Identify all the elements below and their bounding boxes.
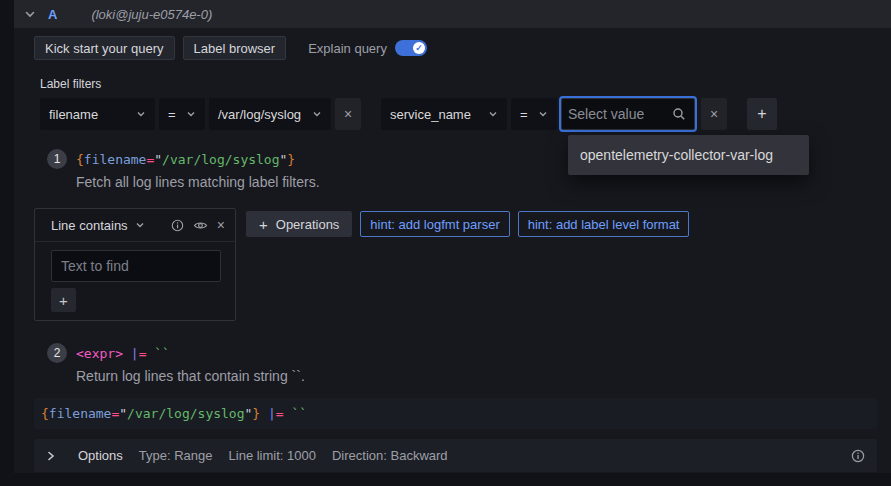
filter1-label-select[interactable]: filename	[40, 98, 155, 130]
filter2-value-input-wrapper: opentelemetry-collector-var-log	[561, 98, 695, 130]
value-dropdown-menu: opentelemetry-collector-var-log	[568, 135, 809, 175]
filter2-remove-button[interactable]: ×	[701, 98, 727, 130]
query-ref-id[interactable]: A	[48, 7, 57, 22]
toggle-check-icon: ✓	[413, 42, 425, 54]
query-preview: {filename="/var/log/syslog"} |= ``	[34, 398, 877, 429]
options-direction: Direction: Backward	[332, 448, 448, 463]
label-filters-title: Label filters	[40, 77, 877, 91]
explain-query-label: Explain query	[308, 41, 387, 56]
query-editor-content: Kick start your query Label browser Expl…	[14, 28, 891, 472]
chevron-down-icon	[136, 109, 146, 119]
add-search-term-button[interactable]: +	[51, 288, 76, 312]
filter1-operator-select[interactable]: =	[159, 98, 205, 130]
explain-step-2: 2 <expr> |= `` Return log lines that con…	[47, 343, 877, 384]
options-info-icon[interactable]	[851, 449, 865, 463]
step-1-code: {filename="/var/log/syslog"}	[76, 152, 295, 167]
step-1-description: Fetch all log lines matching label filte…	[76, 174, 877, 190]
operations-button-label: Operations	[276, 217, 340, 232]
operations-row: Line contains × + + Operations hint:	[34, 208, 877, 321]
plus-icon: +	[259, 216, 268, 233]
filter1-value: /var/log/syslog	[218, 107, 301, 122]
collapse-query-chevron-down-icon[interactable]	[24, 8, 36, 20]
filter1-value-select[interactable]: /var/log/syslog	[209, 98, 331, 130]
filter2-value-input[interactable]	[568, 106, 672, 122]
options-type: Type: Range	[139, 448, 213, 463]
options-bar[interactable]: Options Type: Range Line limit: 1000 Dir…	[34, 439, 877, 472]
query-row-header: A (loki@juju-e0574e-0)	[14, 0, 891, 28]
chevron-right-icon	[46, 450, 56, 462]
filter2-operator-select[interactable]: =	[511, 98, 557, 130]
explain-query-toggle[interactable]: ✓	[395, 40, 427, 56]
add-label-filter-button[interactable]: +	[747, 98, 777, 130]
filter1-operator-value: =	[168, 107, 176, 122]
filter1-remove-button[interactable]: ×	[335, 98, 361, 130]
query-preview-code: {filename="/var/log/syslog"} |= ``	[41, 406, 870, 421]
operations-button[interactable]: + Operations	[246, 211, 352, 237]
step-2-description: Return log lines that contain string ``.	[76, 368, 877, 384]
chevron-down-icon	[135, 220, 145, 230]
query-toolbar: Kick start your query Label browser Expl…	[34, 36, 877, 60]
query-editor-panel: A (loki@juju-e0574e-0) Kick start your q…	[14, 0, 891, 473]
operation-title[interactable]: Line contains	[51, 218, 128, 233]
text-to-find-input[interactable]	[51, 250, 221, 282]
chevron-down-icon	[186, 109, 196, 119]
search-icon	[672, 107, 686, 121]
step-2-code: <expr> |= ``	[76, 346, 170, 361]
hint-logfmt-parser-button[interactable]: hint: add logfmt parser	[360, 211, 509, 237]
step-2-badge: 2	[47, 343, 67, 363]
chevron-down-icon	[488, 109, 498, 119]
datasource-name: (loki@juju-e0574e-0)	[91, 7, 212, 22]
filter1-label-value: filename	[49, 107, 98, 122]
filter2-label-select[interactable]: service_name	[381, 98, 507, 130]
options-line-limit: Line limit: 1000	[229, 448, 316, 463]
chevron-down-icon	[312, 109, 322, 119]
explain-query-control: Explain query ✓	[308, 40, 427, 56]
kick-start-query-button[interactable]: Kick start your query	[34, 36, 175, 60]
close-operation-icon[interactable]: ×	[217, 217, 225, 233]
info-icon[interactable]	[171, 219, 184, 232]
step-1-badge: 1	[47, 149, 67, 169]
eye-icon[interactable]	[193, 219, 208, 232]
options-label: Options	[78, 448, 123, 463]
line-contains-operation-card: Line contains × +	[34, 208, 236, 321]
label-filters-row: filename = /var/log/syslog × service_nam…	[40, 98, 877, 130]
label-browser-button[interactable]: Label browser	[183, 36, 287, 60]
filter2-group: service_name = opentelemetry-collector-v…	[381, 98, 731, 130]
filter2-operator-value: =	[520, 107, 528, 122]
chevron-down-icon	[538, 109, 548, 119]
value-dropdown-option[interactable]: opentelemetry-collector-var-log	[580, 147, 773, 163]
filter2-label-value: service_name	[390, 107, 471, 122]
hint-label-level-format-button[interactable]: hint: add label level format	[518, 211, 690, 237]
